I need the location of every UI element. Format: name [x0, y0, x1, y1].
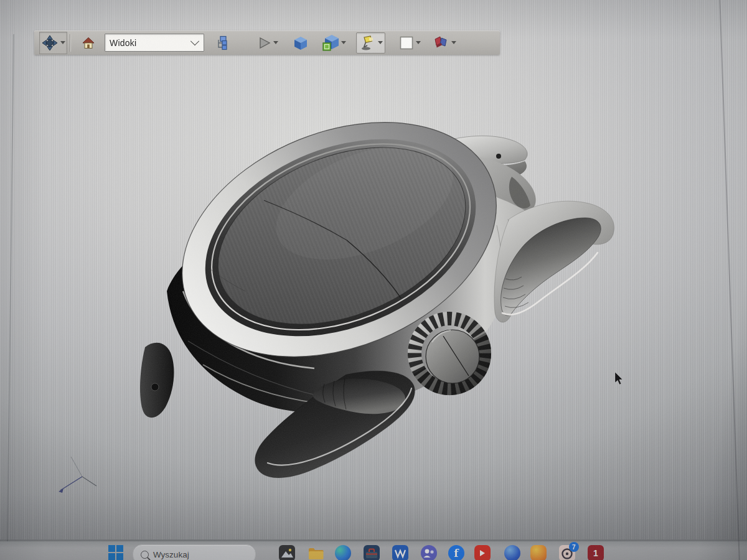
facebook-f-glyph: f	[454, 547, 458, 559]
cube-icon	[293, 35, 308, 50]
view-toolbar: Widoki	[34, 30, 500, 55]
shaded-view-button[interactable]	[293, 33, 308, 53]
browser-tree-button[interactable]	[214, 33, 229, 53]
red-notification-app-icon[interactable]: 1	[588, 545, 604, 560]
edge-browser-icon[interactable]	[335, 545, 351, 560]
word-blue-app-icon[interactable]	[392, 545, 408, 560]
chevron-down-icon	[273, 41, 278, 44]
view-selector-dropdown[interactable]: Widoki	[105, 34, 204, 52]
document-icon	[392, 545, 408, 560]
cad-viewport[interactable]	[0, 0, 747, 560]
cursor-pointer	[615, 372, 622, 385]
orange-app-icon[interactable]	[530, 545, 547, 560]
section-view-button[interactable]	[432, 33, 456, 53]
orbit-button[interactable]	[41, 33, 59, 53]
messenger-pink-app-icon[interactable]: 7	[559, 545, 575, 560]
chevron-down-icon	[416, 41, 421, 44]
people-icon	[421, 545, 437, 560]
chevron-down-icon	[60, 41, 65, 44]
windows-logo-icon	[108, 545, 115, 552]
play-glyph-icon	[480, 550, 485, 556]
background-swatch-button[interactable]	[399, 33, 421, 53]
chevron-down-icon	[190, 37, 199, 45]
taskbar-search[interactable]: Wyszukaj	[133, 544, 256, 560]
facebook-icon[interactable]: f	[448, 545, 464, 560]
search-label: Wyszukaj	[153, 550, 189, 559]
taskbar-border	[0, 539, 747, 541]
screen: Widoki	[0, 0, 747, 560]
play-icon	[256, 35, 271, 50]
red-blue-wedge-icon	[432, 34, 449, 52]
search-icon	[141, 551, 149, 559]
youtube-icon[interactable]	[474, 545, 491, 560]
orbit-dropdown[interactable]	[59, 33, 65, 53]
folder-icon	[308, 545, 324, 560]
chevron-down-icon	[341, 41, 346, 44]
photo-icon	[279, 545, 295, 560]
origin-triad-icon	[59, 457, 96, 493]
springbar-hole	[151, 383, 159, 391]
toolbox-icon	[364, 545, 380, 560]
cube-material-icon	[322, 34, 339, 52]
hierarchy-icon	[214, 35, 229, 50]
toolbar-separator	[70, 34, 71, 52]
view-selector-value: Widoki	[105, 38, 192, 48]
people-purple-app-icon[interactable]	[421, 545, 437, 560]
windows-taskbar: Wyszukaj	[0, 541, 747, 560]
lamp-icon	[359, 34, 376, 52]
file-explorer-icon[interactable]	[308, 545, 324, 560]
notification-badge: 7	[569, 542, 579, 552]
watch-left-lug-tab	[140, 343, 174, 418]
appearance-button[interactable]	[322, 33, 346, 53]
watch-right-lug	[494, 201, 614, 322]
play-animation-button[interactable]	[256, 33, 278, 53]
nav-cross-icon	[41, 34, 59, 52]
home-icon	[81, 35, 96, 50]
chevron-down-icon	[451, 41, 456, 44]
start-button[interactable]	[108, 545, 125, 560]
lighting-button[interactable]	[356, 32, 385, 54]
photos-app-icon[interactable]	[279, 545, 295, 560]
toolbox-app-icon[interactable]	[364, 545, 380, 560]
chevron-down-icon	[378, 41, 383, 44]
blue-swirl-app-icon[interactable]	[504, 545, 520, 560]
red-app-count: 1	[588, 545, 604, 560]
home-view-button[interactable]	[81, 33, 96, 53]
blank-swatch-icon	[399, 35, 414, 50]
